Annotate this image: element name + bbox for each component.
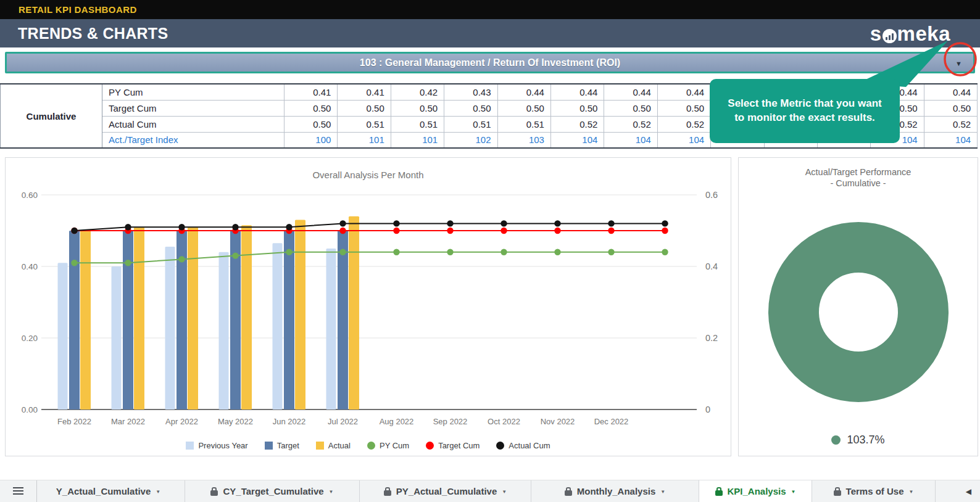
metric-row-label[interactable]: Act./Target Index [102, 132, 284, 148]
metric-row-label[interactable]: PY Cum [102, 84, 284, 100]
svg-text:Feb 2022: Feb 2022 [57, 417, 91, 426]
metric-value-cell[interactable]: 104 [657, 132, 710, 148]
donut-legend: 103.7% [739, 434, 978, 446]
metric-value-cell[interactable]: 100 [284, 132, 338, 148]
metric-value-cell[interactable]: 101 [338, 132, 391, 148]
chevron-down-icon[interactable]: ▼ [791, 489, 796, 495]
all-sheets-menu-button[interactable] [0, 480, 37, 502]
metric-value-cell[interactable]: 0.52 [657, 116, 710, 132]
legend-label: Target Cum [438, 441, 480, 450]
dashboard-page: RETAIL KPI DASHBOARD TRENDS & CHARTS sme… [0, 0, 980, 502]
legend-swatch-icon [265, 442, 273, 450]
metric-value-cell[interactable]: 0.50 [604, 100, 657, 116]
svg-text:Mar 2022: Mar 2022 [111, 417, 145, 426]
metric-value-cell[interactable]: 0.50 [924, 100, 977, 116]
svg-text:Nov 2022: Nov 2022 [541, 417, 575, 426]
metric-value-cell[interactable]: 0.43 [444, 84, 497, 100]
metric-value-cell[interactable]: 102 [444, 132, 497, 148]
metric-value-cell[interactable]: 0.50 [657, 100, 710, 116]
chevron-down-icon[interactable]: ▼ [502, 489, 507, 495]
svg-text:0.00: 0.00 [22, 405, 38, 414]
sheet-tab-label: KPI_Analysis [728, 486, 786, 496]
metric-value-cell[interactable]: 0.52 [550, 116, 604, 132]
lock-icon [384, 490, 391, 496]
page-title: TRENDS & CHARTS [18, 25, 168, 43]
metric-value-cell[interactable]: 104 [604, 132, 657, 148]
metric-value-cell[interactable]: 0.52 [924, 116, 977, 132]
overall-analysis-chart-panel[interactable]: Overall Analysis Per Month 0.0000.200.20… [5, 157, 731, 456]
metric-value-cell[interactable]: 0.44 [497, 84, 550, 100]
lock-icon [715, 490, 723, 496]
metric-value-cell[interactable]: 104 [924, 132, 977, 148]
left-triangle-icon: ◀ [966, 487, 971, 496]
metric-selector-dropdown[interactable]: 103 : General Management / Return Of Inv… [5, 52, 975, 73]
legend-swatch-icon [367, 442, 375, 450]
metric-value-cell[interactable]: 0.51 [338, 116, 391, 132]
metric-value-cell[interactable]: 0.44 [550, 84, 604, 100]
metric-value-cell[interactable]: 0.41 [284, 84, 338, 100]
metric-value-cell[interactable]: 0.51 [497, 116, 550, 132]
svg-text:0.6: 0.6 [705, 190, 718, 200]
metric-value-cell[interactable]: 101 [391, 132, 444, 148]
sheet-tab-label: PY_Actual_Cumulative [396, 486, 497, 496]
metric-value-cell[interactable]: 0.44 [924, 84, 977, 100]
metric-value-cell[interactable]: 0.50 [391, 100, 444, 116]
metric-value-cell[interactable]: 0.50 [550, 100, 604, 116]
legend-swatch-icon [316, 442, 324, 450]
sheet-tab-py_actual_cumulative[interactable]: PY_Actual_Cumulative▼ [360, 480, 531, 502]
svg-text:0: 0 [705, 405, 710, 414]
chevron-down-icon[interactable]: ▼ [909, 489, 914, 495]
someka-logo: smeka [870, 23, 950, 44]
svg-text:0.2: 0.2 [705, 333, 718, 343]
legend-label: Actual [328, 441, 351, 450]
svg-text:Oct 2022: Oct 2022 [488, 417, 520, 426]
table-group-label[interactable]: Cumulative [1, 84, 102, 148]
sheet-tab-y_actual_cumulative[interactable]: Y_Actual_Cumulative▼ [37, 480, 185, 502]
metric-row-label[interactable]: Actual Cum [102, 116, 284, 132]
metric-value-cell[interactable]: 0.50 [284, 116, 338, 132]
metric-value-cell[interactable]: 0.42 [391, 84, 444, 100]
sheet-tab-cy_target_cumulative[interactable]: CY_Target_Cumulative▼ [185, 480, 360, 502]
chevron-down-icon[interactable]: ▼ [660, 489, 665, 495]
donut-chart-plot [751, 206, 966, 416]
lock-icon [210, 490, 218, 496]
metric-value-cell[interactable]: 0.44 [604, 84, 657, 100]
tab-scroll-left-button[interactable]: ◀ [966, 480, 980, 502]
metric-value-cell[interactable]: 0.50 [338, 100, 391, 116]
metric-selector-label: 103 : General Management / Return Of Inv… [360, 57, 620, 68]
metric-value-cell[interactable]: 103 [497, 132, 550, 148]
svg-text:Dec 2022: Dec 2022 [594, 417, 629, 426]
hamburger-menu-icon [13, 487, 23, 495]
chevron-down-icon[interactable]: ▼ [156, 489, 160, 495]
chart-legend: Previous YearTargetActualPY CumTarget Cu… [6, 441, 731, 450]
chevron-down-icon[interactable]: ▼ [955, 60, 962, 67]
sheet-tab-kpi_analysis[interactable]: KPI_Analysis▼ [699, 480, 812, 502]
sheet-tab-terms-of-use[interactable]: Terms of Use▼ [812, 480, 936, 502]
metric-value-cell[interactable]: 0.50 [284, 100, 338, 116]
page-header-bar: TRENDS & CHARTS smeka [0, 19, 980, 47]
sheet-tab-monthly_analysis[interactable]: Monthly_Analysis▼ [531, 480, 699, 502]
metric-value-cell[interactable]: 0.50 [444, 100, 497, 116]
legend-label: PY Cum [380, 441, 409, 450]
donut-title-line1: Actual/Target Performance [739, 167, 978, 178]
metric-value-cell[interactable]: 0.52 [604, 116, 657, 132]
sheet-tab-label: Terms of Use [846, 486, 904, 496]
metric-row-label[interactable]: Target Cum [102, 100, 284, 116]
svg-text:Jun 2022: Jun 2022 [273, 417, 306, 426]
metric-value-cell[interactable]: 0.44 [657, 84, 710, 100]
metric-value-cell[interactable]: 0.51 [444, 116, 497, 132]
svg-text:0.20: 0.20 [22, 334, 38, 343]
svg-text:Aug 2022: Aug 2022 [380, 417, 414, 426]
chevron-down-icon[interactable]: ▼ [329, 489, 334, 495]
metric-value-cell[interactable]: 0.50 [497, 100, 550, 116]
svg-text:Apr 2022: Apr 2022 [165, 417, 198, 426]
lock-icon [565, 490, 572, 496]
svg-text:Jul 2022: Jul 2022 [328, 417, 358, 426]
actual-target-donut-panel[interactable]: Actual/Target Performance - Cumulative -… [738, 157, 978, 456]
metric-value-cell[interactable]: 0.51 [391, 116, 444, 132]
metric-value-cell[interactable]: 104 [550, 132, 604, 148]
lock-icon [834, 490, 841, 496]
legend-item: Previous Year [186, 441, 247, 450]
metric-value-cell[interactable]: 0.41 [338, 84, 391, 100]
legend-item: Target Cum [426, 441, 480, 450]
